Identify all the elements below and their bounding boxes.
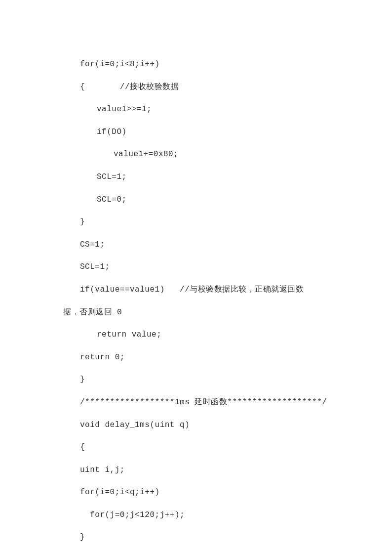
code-line: uint i,j; (63, 459, 333, 482)
code-line: { //接收校验数据 (63, 76, 333, 99)
code-line: { (63, 436, 333, 459)
code-line: for(j=0;j<120;j++); (63, 504, 333, 527)
code-line: } (63, 526, 333, 549)
code-line: return 0; (63, 346, 333, 369)
code-line: void delay_1ms(uint q) (63, 414, 333, 437)
code-line: SCL=0; (63, 189, 333, 212)
code-line: /******************1ms 延时函数*************… (63, 391, 333, 414)
code-line: value1+=0x80; (63, 143, 333, 166)
code-line: } (63, 369, 333, 391)
code-line: value1>>=1; (63, 98, 333, 121)
code-line: if(DO) (63, 121, 333, 144)
code-line: } (63, 211, 333, 234)
code-line: CS=1; (63, 234, 333, 256)
code-line: if(value==value1) //与校验数据比较，正确就返回数 (63, 279, 333, 301)
code-line: SCL=1; (63, 256, 333, 279)
code-line: for(i=0;i<8;i++) (63, 53, 333, 76)
code-line: return value; (63, 324, 333, 346)
code-line-wrap: 据，否则返回 0 (63, 301, 333, 324)
code-line: SCL=1; (63, 166, 333, 189)
code-line: for(i=0;i<q;i++) (63, 481, 333, 504)
